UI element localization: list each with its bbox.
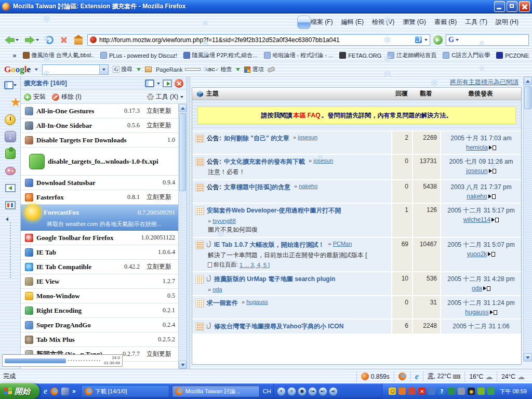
author-link[interactable]: tsyung88 [212,218,236,224]
panel-switch-icon[interactable] [145,79,154,87]
reload-button[interactable] [44,35,55,45]
wmp-button[interactable]: II [287,387,296,396]
scrollbar-thumb[interactable] [179,113,186,191]
downloads-panel-icon[interactable]: ↓ [4,130,17,143]
task-button[interactable]: 下載 [14/1/0] [81,385,169,397]
forecastfox-current[interactable]: 靁, 22°C [423,371,464,382]
firefox-quicklaunch-icon[interactable] [50,388,58,395]
start-button[interactable]: 開始 [0,383,39,399]
author-link[interactable]: oda [212,286,222,292]
menu-item[interactable]: 說明 (H) [496,18,518,26]
author-link[interactable]: josesun [298,134,317,140]
goto-latest-post-icon[interactable] [489,169,496,174]
bookmark-item[interactable]: 微風論壇 台灣人氣,bbsl.. [23,51,94,59]
search-history-dropdown-icon[interactable] [99,65,108,74]
firefox-statusbar-button[interactable] [394,371,410,382]
fasterfox-timer[interactable]: 0.859s [356,371,394,382]
url-bar[interactable]: http://forum.moztw.org/viewforum.php?f=1… [87,34,430,46]
menu-item[interactable]: 編輯 (E) [341,18,364,26]
eraser-icon[interactable] [267,66,275,72]
mark-all-read-link[interactable]: 將所有主題標示為已閱讀 [450,78,518,86]
scroll-up-icon[interactable] [524,77,532,85]
author-link[interactable]: hugauss [246,299,268,305]
history-panel-icon[interactable] [4,113,17,126]
search-engine-dropdown-icon[interactable] [456,39,459,41]
url-text[interactable]: http://forum.moztw.org/viewforum.php?f=1… [99,36,413,44]
scroll-up-icon[interactable] [179,104,187,112]
extension-row[interactable]: Disable Targets For Downloads 1.0 [21,133,178,148]
extension-row[interactable]: disable_targets_fo...wnloads-1.0-fx.xpi [21,148,178,176]
forecastfox-panel-icon[interactable] [4,199,17,211]
menu-item[interactable]: 書籤 (B) [434,18,457,26]
back-button[interactable] [3,35,20,45]
detach-panel-icon[interactable] [163,79,172,87]
close-button[interactable] [519,1,530,12]
tray-icon[interactable] [487,388,495,395]
topic-title-link[interactable]: 中文化擴充套件的發布與下載 [224,157,305,166]
quick-search-input[interactable]: G [446,34,529,46]
extension-row[interactable]: Mono-Window 0.5 [21,289,178,303]
wmp-button[interactable]: ■ [298,387,307,396]
sidebar-scrollbar[interactable] [178,104,187,369]
go-button[interactable] [433,35,443,45]
extension-row[interactable]: All-In-One Sidebar 0.5.6 立刻更新 [21,118,178,133]
bookmark-item[interactable]: 江老師網站首頁 [388,51,436,59]
bookmark-item[interactable]: PCZONE [496,52,529,59]
bookmark-item[interactable]: FETAG.ORG [339,52,381,59]
tray-icon[interactable] [408,388,416,395]
tray-icon[interactable]: ☺ [389,388,396,395]
topic-title-link[interactable]: 安裝套件Web Developer-使用過程中圖片打不開 [207,206,341,215]
tray-icon[interactable] [428,388,435,395]
pages-links[interactable]: 1 ... 3, 4, 5 ] [240,262,270,268]
quicklaunch-chevron[interactable]: » [72,388,76,395]
goto-latest-post-icon[interactable] [488,194,496,199]
close-sidebar-icon[interactable] [175,79,183,88]
tray-icon[interactable]: ? [438,388,445,395]
google-search-input[interactable] [42,64,109,75]
sidebar-switch-icon[interactable] [4,79,17,91]
page-scrollbar[interactable] [523,77,532,362]
pageinfo-panel-icon[interactable] [4,182,17,194]
topic-title-link[interactable]: 求一個套件 [207,299,238,308]
update-now-link[interactable]: 立刻更新 [143,350,175,358]
restore-button[interactable] [507,1,517,12]
wmp-button[interactable]: ►I [318,387,327,396]
panel-dropdown-icon[interactable] [157,83,160,85]
last-post-user-link[interactable]: nakeho [467,193,487,200]
extension-row[interactable]: Download Statusbar 0.9.4 [21,176,178,190]
download-statusbar-item[interactable]: 24.0 01:30:49 [2,354,123,367]
tools-button[interactable]: 工具 (X) [156,92,178,101]
wmp-button[interactable]: ▾ [277,387,286,396]
extension-row[interactable]: IE View 1.2.7 [21,274,178,289]
pagerank-indicator[interactable]: PageRank [156,66,201,73]
sidebar-collapse-handle[interactable] [10,217,11,280]
scrollbar-thumb[interactable] [524,86,531,109]
author-link[interactable]: PCMan [333,241,352,247]
bookmarks-panel-icon[interactable]: ★ [4,96,17,109]
wmp-button[interactable]: I◄ [308,387,317,396]
update-now-link[interactable]: 立刻更新 [143,107,175,115]
google-search-button[interactable]: G 搜尋 [113,65,132,73]
tray-icon[interactable] [458,388,465,395]
google-logo-dropdown-icon[interactable] [35,69,38,71]
tray-icon[interactable] [477,388,485,395]
ie-quicklaunch-icon[interactable]: e [44,387,47,396]
bookmark-item[interactable]: 隨風論壇 P2P,程式,綜合... [183,51,258,59]
tools-dropdown-icon[interactable] [180,96,183,98]
goto-latest-post-icon[interactable] [489,145,496,150]
last-post-user-link[interactable]: oda [472,285,482,292]
goto-latest-post-icon[interactable] [490,310,497,315]
menu-item[interactable]: 工具 (T) [465,18,487,26]
last-post-user-link[interactable]: hugauss [465,309,488,316]
author-link[interactable]: nakeho [299,183,317,189]
tray-icon[interactable]: ✕ [418,388,425,395]
topic-title-link[interactable]: 如何刪除 "自己" 的文章 [224,134,289,143]
update-now-link[interactable]: 立刻更新 [143,121,175,130]
forecastfox-low[interactable]: 16°C ☁ [464,371,497,382]
news-icon[interactable] [145,66,152,72]
task-button[interactable]: Mozilla Taiwan 討論... [171,385,260,397]
update-now-link[interactable]: 立刻更新 [143,193,175,202]
stop-button[interactable] [58,35,70,45]
topic-title-link[interactable]: 推薦新版的 UrMap 電子地圖 search plugin [214,275,335,284]
goto-latest-post-icon[interactable] [483,286,490,291]
